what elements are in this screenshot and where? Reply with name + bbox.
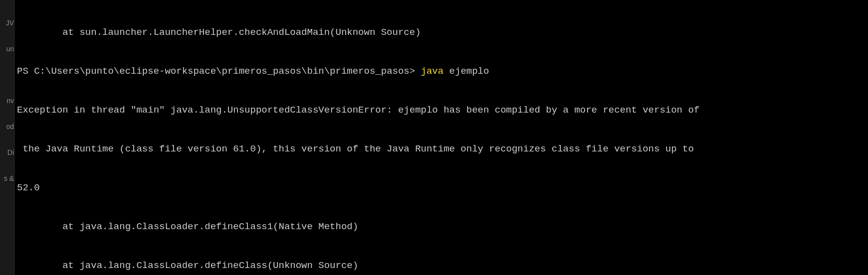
exception-line: the Java Runtime (class file version 61.… [17, 142, 866, 155]
prompt-arrow: > [410, 66, 421, 77]
command-executable: java [421, 66, 444, 77]
prompt-prefix: PS [17, 66, 34, 77]
activity-bar: JV un nv od Di s & [0, 0, 15, 275]
sidebar-item[interactable]: od [0, 114, 15, 139]
prompt-line: PS C:\Users\punto\eclipse-workspace\prim… [17, 65, 866, 78]
sidebar-item[interactable]: s & [0, 165, 15, 191]
terminal-panel[interactable]: at sun.launcher.LauncherHelper.checkAndL… [15, 0, 868, 275]
exception-line: 52.0 [17, 181, 866, 194]
sidebar-item[interactable]: nv [0, 88, 15, 114]
sidebar-item[interactable] [0, 62, 15, 88]
stack-trace-line: at sun.launcher.LauncherHelper.checkAndL… [17, 26, 866, 39]
sidebar-item[interactable]: Di [0, 139, 15, 165]
exception-line: Exception in thread "main" java.lang.Uns… [17, 104, 866, 117]
sidebar-item[interactable]: un [0, 36, 15, 62]
stack-trace-line: at java.lang.ClassLoader.defineClass(Unk… [17, 259, 866, 272]
stack-trace-line: at java.lang.ClassLoader.defineClass1(Na… [17, 220, 866, 233]
command-argument: ejemplo [443, 66, 489, 77]
prompt-path: C:\Users\punto\eclipse-workspace\primero… [34, 66, 410, 77]
sidebar-item[interactable]: JV [0, 10, 15, 36]
